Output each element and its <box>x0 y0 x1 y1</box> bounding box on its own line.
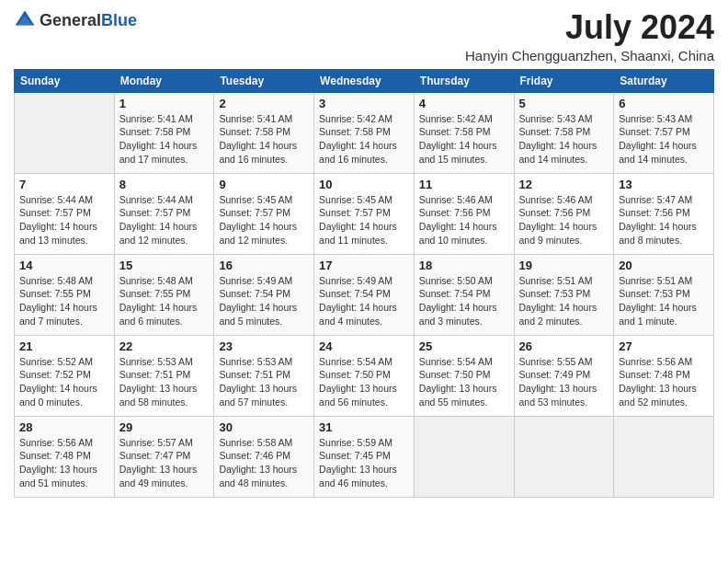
day-info: Sunrise: 5:45 AMSunset: 7:57 PMDaylight:… <box>219 193 309 247</box>
calendar-cell: 6Sunrise: 5:43 AMSunset: 7:57 PMDaylight… <box>614 92 714 173</box>
day-number: 17 <box>319 259 409 272</box>
day-number: 13 <box>619 178 709 191</box>
weekday-header-wednesday: Wednesday <box>314 69 415 92</box>
day-number: 30 <box>219 420 309 434</box>
calendar-cell: 14Sunrise: 5:48 AMSunset: 7:55 PMDayligh… <box>15 254 115 335</box>
logo-text: GeneralBlue <box>40 11 137 30</box>
day-number: 31 <box>319 420 409 434</box>
day-info: Sunrise: 5:53 AMSunset: 7:51 PMDaylight:… <box>119 355 210 409</box>
calendar-cell: 10Sunrise: 5:45 AMSunset: 7:57 PMDayligh… <box>314 173 415 254</box>
day-number: 21 <box>19 339 109 353</box>
day-number: 5 <box>519 97 609 110</box>
day-info: Sunrise: 5:57 AMSunset: 7:47 PMDaylight:… <box>119 436 210 490</box>
calendar-cell: 17Sunrise: 5:49 AMSunset: 7:54 PMDayligh… <box>314 254 415 335</box>
calendar-cell: 28Sunrise: 5:56 AMSunset: 7:48 PMDayligh… <box>15 416 115 497</box>
weekday-header-thursday: Thursday <box>414 69 514 92</box>
day-info: Sunrise: 5:49 AMSunset: 7:54 PMDaylight:… <box>219 274 309 328</box>
day-number: 16 <box>219 259 309 272</box>
calendar-cell: 11Sunrise: 5:46 AMSunset: 7:56 PMDayligh… <box>414 173 514 254</box>
day-info: Sunrise: 5:51 AMSunset: 7:53 PMDaylight:… <box>519 274 609 328</box>
day-info: Sunrise: 5:56 AMSunset: 7:48 PMDaylight:… <box>619 355 709 409</box>
calendar-cell: 4Sunrise: 5:42 AMSunset: 7:58 PMDaylight… <box>414 92 514 173</box>
weekday-header-saturday: Saturday <box>614 69 714 92</box>
calendar-cell: 24Sunrise: 5:54 AMSunset: 7:50 PMDayligh… <box>314 335 415 416</box>
day-info: Sunrise: 5:52 AMSunset: 7:52 PMDaylight:… <box>19 355 109 409</box>
day-info: Sunrise: 5:53 AMSunset: 7:51 PMDaylight:… <box>219 355 309 409</box>
calendar-cell <box>15 92 115 173</box>
calendar-cell: 22Sunrise: 5:53 AMSunset: 7:51 PMDayligh… <box>114 335 214 416</box>
day-info: Sunrise: 5:42 AMSunset: 7:58 PMDaylight:… <box>319 112 409 167</box>
day-number: 24 <box>319 339 409 353</box>
week-row-5: 28Sunrise: 5:56 AMSunset: 7:48 PMDayligh… <box>15 416 714 497</box>
day-info: Sunrise: 5:54 AMSunset: 7:50 PMDaylight:… <box>319 355 409 409</box>
day-number: 9 <box>219 178 309 191</box>
day-info: Sunrise: 5:46 AMSunset: 7:56 PMDaylight:… <box>519 193 609 247</box>
day-info: Sunrise: 5:44 AMSunset: 7:57 PMDaylight:… <box>19 193 109 247</box>
week-row-4: 21Sunrise: 5:52 AMSunset: 7:52 PMDayligh… <box>15 335 714 416</box>
weekday-header-sunday: Sunday <box>15 69 115 92</box>
calendar-cell: 31Sunrise: 5:59 AMSunset: 7:45 PMDayligh… <box>314 416 415 497</box>
calendar-cell: 7Sunrise: 5:44 AMSunset: 7:57 PMDaylight… <box>15 173 115 254</box>
calendar-cell: 2Sunrise: 5:41 AMSunset: 7:58 PMDaylight… <box>214 92 314 173</box>
calendar-cell: 9Sunrise: 5:45 AMSunset: 7:57 PMDaylight… <box>214 173 314 254</box>
calendar-cell: 1Sunrise: 5:41 AMSunset: 7:58 PMDaylight… <box>114 92 214 173</box>
day-info: Sunrise: 5:48 AMSunset: 7:55 PMDaylight:… <box>119 274 210 328</box>
calendar-cell: 18Sunrise: 5:50 AMSunset: 7:54 PMDayligh… <box>414 254 514 335</box>
day-number: 10 <box>319 178 409 191</box>
day-number: 15 <box>119 259 210 272</box>
day-number: 27 <box>619 339 709 353</box>
calendar-cell: 12Sunrise: 5:46 AMSunset: 7:56 PMDayligh… <box>514 173 614 254</box>
day-number: 1 <box>119 97 210 110</box>
weekday-header-tuesday: Tuesday <box>214 69 314 92</box>
day-number: 25 <box>419 339 509 353</box>
calendar-cell: 3Sunrise: 5:42 AMSunset: 7:58 PMDaylight… <box>314 92 415 173</box>
day-info: Sunrise: 5:42 AMSunset: 7:58 PMDaylight:… <box>419 112 509 167</box>
week-row-3: 14Sunrise: 5:48 AMSunset: 7:55 PMDayligh… <box>15 254 714 335</box>
logo-icon <box>14 9 36 31</box>
day-info: Sunrise: 5:45 AMSunset: 7:57 PMDaylight:… <box>319 193 409 247</box>
day-info: Sunrise: 5:43 AMSunset: 7:57 PMDaylight:… <box>619 112 709 167</box>
day-number: 29 <box>119 420 210 434</box>
day-info: Sunrise: 5:48 AMSunset: 7:55 PMDaylight:… <box>19 274 109 328</box>
logo: GeneralBlue <box>14 9 137 31</box>
calendar-cell: 21Sunrise: 5:52 AMSunset: 7:52 PMDayligh… <box>15 335 115 416</box>
weekday-header-row: SundayMondayTuesdayWednesdayThursdayFrid… <box>15 69 714 92</box>
day-info: Sunrise: 5:49 AMSunset: 7:54 PMDaylight:… <box>319 274 409 328</box>
day-number: 23 <box>219 339 309 353</box>
location-title: Hanyin Chengguanzhen, Shaanxi, China <box>465 48 714 63</box>
calendar-cell: 16Sunrise: 5:49 AMSunset: 7:54 PMDayligh… <box>214 254 314 335</box>
day-info: Sunrise: 5:46 AMSunset: 7:56 PMDaylight:… <box>419 193 509 247</box>
calendar-cell: 20Sunrise: 5:51 AMSunset: 7:53 PMDayligh… <box>614 254 714 335</box>
day-info: Sunrise: 5:43 AMSunset: 7:58 PMDaylight:… <box>519 112 609 167</box>
day-number: 8 <box>119 178 210 191</box>
calendar-cell: 26Sunrise: 5:55 AMSunset: 7:49 PMDayligh… <box>514 335 614 416</box>
day-info: Sunrise: 5:50 AMSunset: 7:54 PMDaylight:… <box>419 274 509 328</box>
day-info: Sunrise: 5:54 AMSunset: 7:50 PMDaylight:… <box>419 355 509 409</box>
calendar-cell: 27Sunrise: 5:56 AMSunset: 7:48 PMDayligh… <box>614 335 714 416</box>
weekday-header-friday: Friday <box>514 69 614 92</box>
day-number: 26 <box>519 339 609 353</box>
calendar-cell <box>414 416 514 497</box>
day-number: 2 <box>219 97 309 110</box>
calendar-cell <box>514 416 614 497</box>
day-info: Sunrise: 5:51 AMSunset: 7:53 PMDaylight:… <box>619 274 709 328</box>
calendar-cell: 19Sunrise: 5:51 AMSunset: 7:53 PMDayligh… <box>514 254 614 335</box>
week-row-2: 7Sunrise: 5:44 AMSunset: 7:57 PMDaylight… <box>15 173 714 254</box>
day-number: 28 <box>19 420 109 434</box>
day-number: 11 <box>419 178 509 191</box>
day-number: 19 <box>519 259 609 272</box>
calendar-cell: 13Sunrise: 5:47 AMSunset: 7:56 PMDayligh… <box>614 173 714 254</box>
calendar-cell: 15Sunrise: 5:48 AMSunset: 7:55 PMDayligh… <box>114 254 214 335</box>
calendar-cell: 23Sunrise: 5:53 AMSunset: 7:51 PMDayligh… <box>214 335 314 416</box>
day-info: Sunrise: 5:41 AMSunset: 7:58 PMDaylight:… <box>219 112 309 167</box>
day-info: Sunrise: 5:59 AMSunset: 7:45 PMDaylight:… <box>319 436 409 490</box>
day-info: Sunrise: 5:55 AMSunset: 7:49 PMDaylight:… <box>519 355 609 409</box>
day-number: 3 <box>319 97 409 110</box>
calendar-cell <box>614 416 714 497</box>
calendar-cell: 25Sunrise: 5:54 AMSunset: 7:50 PMDayligh… <box>414 335 514 416</box>
day-info: Sunrise: 5:56 AMSunset: 7:48 PMDaylight:… <box>19 436 109 490</box>
day-number: 4 <box>419 97 509 110</box>
calendar-cell: 29Sunrise: 5:57 AMSunset: 7:47 PMDayligh… <box>114 416 214 497</box>
day-info: Sunrise: 5:44 AMSunset: 7:57 PMDaylight:… <box>119 193 210 247</box>
day-number: 18 <box>419 259 509 272</box>
